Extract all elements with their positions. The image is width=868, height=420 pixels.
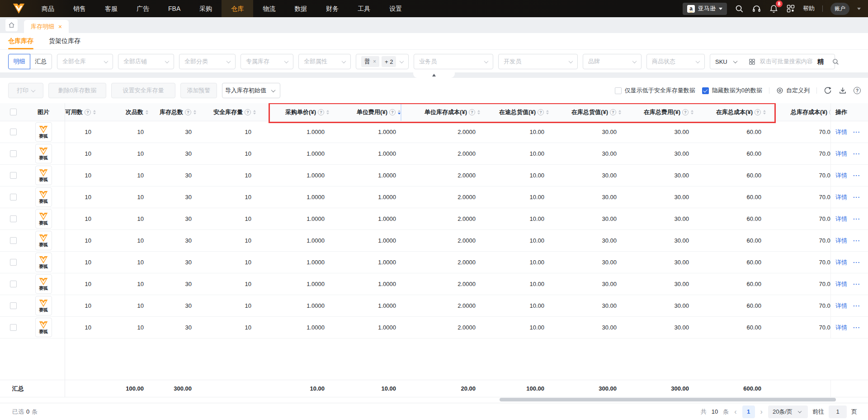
detail-link[interactable]: 详情 [835,258,847,267]
view-mode-summary[interactable]: 汇总 [30,54,52,69]
nav-item-采购[interactable]: 采购 [190,0,222,17]
question-icon[interactable]: ? [682,109,689,115]
selected-tag[interactable]: 普× [361,56,379,67]
sort-icon[interactable] [477,109,480,116]
headset-icon[interactable] [752,4,761,14]
row-checkbox[interactable] [10,109,17,115]
question-icon[interactable]: ? [469,109,475,115]
nav-item-仓库[interactable]: 仓库 [222,0,253,17]
question-icon[interactable]: ? [755,109,761,115]
bell-icon[interactable]: 8 [769,4,778,14]
sort-icon[interactable] [253,109,256,116]
column-header-在库总货值(¥)[interactable]: 在库总货值(¥)? [553,103,626,121]
question-icon[interactable]: ? [245,109,251,115]
search-input[interactable]: 双击可批量搜索内容 [760,57,813,66]
nav-item-销售[interactable]: 销售 [64,0,95,17]
home-tab-button[interactable] [5,19,18,31]
filter-dropdown-品牌[interactable]: 品牌 [583,54,642,69]
question-icon[interactable]: ? [538,109,544,115]
filter-dropdown-商品状态[interactable]: 商品状态 [646,54,705,69]
close-icon[interactable]: × [58,24,62,30]
question-icon[interactable]: ? [185,109,191,115]
detail-link[interactable]: 详情 [835,324,847,332]
toolbar-button-打印[interactable]: 打印 [8,83,43,98]
column-header-库存总数[interactable]: 库存总数? [153,103,201,121]
download-icon[interactable] [839,86,847,95]
collapse-filters-button[interactable] [413,72,455,78]
nav-item-客服[interactable]: 客服 [95,0,127,17]
detail-link[interactable]: 详情 [835,280,847,288]
marketplace-selector[interactable]: a 亚马逊 [683,3,727,15]
sort-icon[interactable] [326,109,329,116]
checkbox-icon[interactable] [615,87,622,94]
column-header-次品数[interactable]: 次品数 [100,103,153,121]
more-actions[interactable]: ··· [853,150,860,157]
toolbar-button-导入库存初始值[interactable]: 导入库存初始值 [222,83,280,98]
filter-dropdown-全部分类[interactable]: 全部分类 [179,54,236,69]
tab-shelf-inventory[interactable]: 货架位库存 [49,33,80,49]
nav-item-财务[interactable]: 财务 [316,0,348,17]
sort-icon[interactable] [691,109,693,116]
customize-columns-button[interactable]: 自定义列 [776,86,810,95]
detail-link[interactable]: 详情 [835,215,847,223]
row-checkbox[interactable] [10,129,17,135]
toolbar-button-添加预警[interactable]: 添加预警 [180,83,217,98]
nav-item-数据[interactable]: 数据 [285,0,316,17]
sort-icon[interactable] [398,109,401,116]
detail-link[interactable]: 详情 [835,237,847,245]
more-actions[interactable]: ··· [853,281,860,287]
detail-link[interactable]: 详情 [835,128,847,136]
horizontal-scrollbar[interactable] [500,398,836,401]
tab-warehouse-inventory[interactable]: 仓库库存 [8,33,33,49]
product-image[interactable]: 赛狐 [35,231,52,250]
page-size-select[interactable]: 20条/页 [768,406,808,418]
batch-grid-icon[interactable] [749,58,755,65]
help-link[interactable]: 帮助 [803,5,815,13]
sort-icon[interactable] [93,109,96,116]
nav-item-广告[interactable]: 广告 [127,0,159,17]
product-image[interactable]: 赛狐 [35,187,52,207]
exact-match-toggle[interactable]: 精 [817,57,824,66]
more-actions[interactable]: ··· [853,302,860,309]
more-actions[interactable]: ··· [853,259,860,266]
product-image[interactable]: 赛狐 [35,296,52,315]
column-header-可用数[interactable]: 可用数? [65,103,100,121]
more-tags-badge[interactable]: + 2 [382,56,396,67]
filter-dropdown-业务员[interactable]: 业务员 [414,54,493,69]
column-header-安全库存量[interactable]: 安全库存量? [201,103,260,121]
more-actions[interactable]: ··· [853,237,860,244]
row-checkbox[interactable] [10,259,17,266]
open-tab-inventory-detail[interactable]: 库存明细 × [24,20,69,33]
attribute-tag-select[interactable]: 普× + 2 [356,54,409,69]
tag-close-icon[interactable]: × [373,58,376,65]
detail-link[interactable]: 详情 [835,172,847,180]
product-image[interactable]: 赛狐 [35,253,52,272]
nav-item-设置[interactable]: 设置 [380,0,411,17]
row-checkbox[interactable] [10,302,17,309]
next-page-button[interactable]: › [760,408,764,416]
column-header-单位费用(¥)[interactable]: 单位费用(¥)? [334,103,405,121]
sort-icon[interactable] [193,109,196,116]
app-logo-fox-icon[interactable] [13,3,25,14]
prev-page-button[interactable]: ‹ [733,408,737,416]
product-image[interactable]: 赛狐 [35,122,52,142]
question-icon[interactable]: ? [318,109,324,115]
view-mode-detail[interactable]: 明细 [8,54,30,69]
search-submit-icon[interactable] [832,58,840,66]
nav-item-工具[interactable]: 工具 [348,0,380,17]
product-image[interactable]: 赛狐 [35,318,52,337]
goto-page-input[interactable]: 1 [829,406,847,418]
row-checkbox[interactable] [10,281,17,287]
sort-icon[interactable] [763,109,766,116]
search-field-select[interactable]: SKU [710,58,744,65]
account-caret-icon[interactable] [857,8,861,12]
nav-item-FBA[interactable]: FBA [159,0,190,17]
column-header-单位库存成本(¥)[interactable]: 单位库存成本(¥)? [405,103,485,121]
row-checkbox[interactable] [10,215,17,222]
question-icon[interactable]: ? [85,109,91,115]
product-image[interactable]: 赛狐 [35,144,52,163]
question-icon[interactable]: ? [610,109,616,115]
row-checkbox[interactable] [10,237,17,244]
account-pill[interactable]: 账户 [830,3,849,15]
detail-link[interactable]: 详情 [835,193,847,201]
